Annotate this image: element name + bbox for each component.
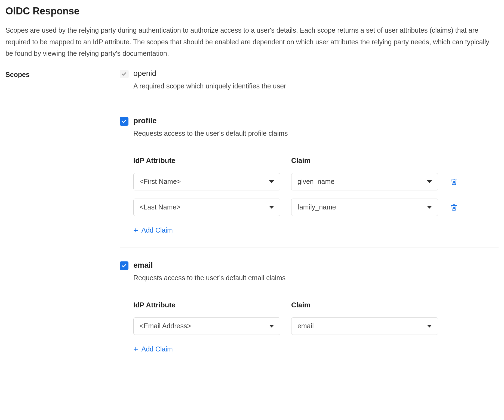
select-value: given_name <box>297 178 334 186</box>
checkbox-email[interactable] <box>120 261 128 270</box>
scope-email: email Requests access to the user's defa… <box>120 261 499 366</box>
checkbox-openid <box>120 70 128 78</box>
select-value: <Last Name> <box>140 203 180 211</box>
intro-text: Scopes are used by the relying party dur… <box>5 24 493 59</box>
chevron-down-icon <box>427 325 432 328</box>
chevron-down-icon <box>427 206 432 209</box>
check-icon <box>121 119 127 124</box>
check-icon <box>121 71 127 77</box>
plus-icon: + <box>133 345 138 353</box>
delete-claim-button[interactable] <box>449 202 459 212</box>
delete-claim-button[interactable] <box>449 177 459 187</box>
check-icon <box>121 263 127 268</box>
claim-select[interactable]: given_name <box>291 173 438 190</box>
scopes-label: Scopes <box>5 69 120 79</box>
chevron-down-icon <box>269 180 274 183</box>
idp-attribute-select[interactable]: <First Name> <box>133 173 280 190</box>
scope-email-desc: Requests access to the user's default em… <box>133 274 499 282</box>
scope-profile-desc: Requests access to the user's default pr… <box>133 129 499 137</box>
select-value: family_name <box>297 203 336 211</box>
page-title: OIDC Response <box>5 5 499 17</box>
scope-profile-title: profile <box>133 116 157 125</box>
chevron-down-icon <box>269 206 274 209</box>
claim-select[interactable]: email <box>291 317 438 335</box>
idp-attribute-select[interactable]: <Email Address> <box>133 317 280 335</box>
col-claim: Claim <box>291 156 438 165</box>
claim-row: <Last Name> family_name <box>133 199 499 216</box>
plus-icon: + <box>133 226 138 234</box>
col-idp-attribute: IdP Attribute <box>133 156 280 165</box>
select-value: email <box>297 322 314 330</box>
select-value: <Email Address> <box>140 322 191 330</box>
chevron-down-icon <box>427 180 432 183</box>
scope-openid: openid A required scope which uniquely i… <box>120 69 499 103</box>
add-claim-button[interactable]: + Add Claim <box>133 226 173 234</box>
add-claim-button[interactable]: + Add Claim <box>133 345 173 353</box>
trash-icon <box>450 178 457 185</box>
checkbox-profile[interactable] <box>120 117 128 126</box>
claim-row: <Email Address> email <box>133 317 499 335</box>
col-claim: Claim <box>291 301 438 309</box>
chevron-down-icon <box>269 325 274 328</box>
col-idp-attribute: IdP Attribute <box>133 301 280 309</box>
add-claim-label: Add Claim <box>142 345 173 353</box>
idp-attribute-select[interactable]: <Last Name> <box>133 199 280 216</box>
claim-row: <First Name> given_name <box>133 173 499 190</box>
scope-openid-desc: A required scope which uniquely identifi… <box>133 82 499 90</box>
scope-profile: profile Requests access to the user's de… <box>120 116 499 248</box>
claim-select[interactable]: family_name <box>291 199 438 216</box>
scope-email-title: email <box>133 261 153 270</box>
add-claim-label: Add Claim <box>142 226 173 234</box>
scope-openid-title: openid <box>133 69 156 78</box>
select-value: <First Name> <box>140 178 181 186</box>
trash-icon <box>450 204 457 211</box>
